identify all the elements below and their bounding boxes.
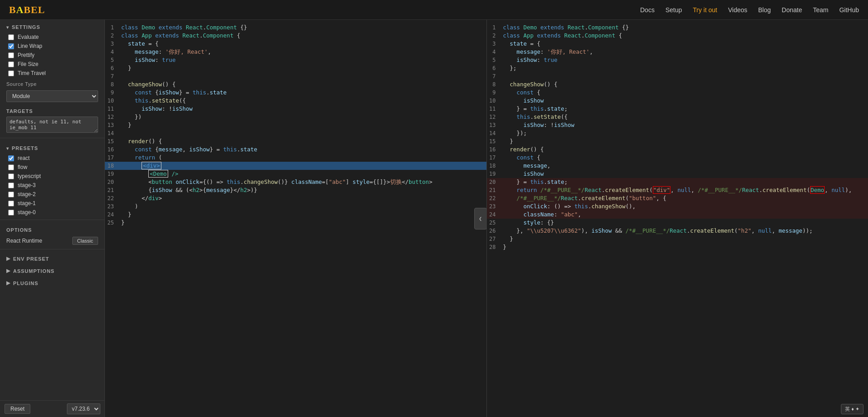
file-size-checkbox[interactable] bbox=[8, 61, 14, 67]
targets-label: TARGETS bbox=[0, 104, 104, 116]
preset-stage0-checkbox[interactable] bbox=[8, 210, 14, 216]
code-line: 8 changeShow() { bbox=[105, 80, 486, 89]
collapse-button[interactable]: ❮ bbox=[474, 208, 486, 230]
preset-flow-label: flow bbox=[18, 164, 27, 170]
evaluate-checkbox[interactable] bbox=[8, 34, 14, 40]
preset-stage1-item[interactable]: stage-1 bbox=[0, 199, 104, 208]
code-line: 5 isShow: true bbox=[487, 56, 868, 64]
right-code-editor: 1 class Demo extends React.Component {} … bbox=[487, 20, 868, 417]
time-travel-checkbox[interactable] bbox=[8, 70, 14, 76]
preset-react-label: react bbox=[18, 155, 30, 161]
presets-section[interactable]: ▾ PRESETS bbox=[0, 141, 104, 154]
bottom-bar: Reset v7.23.6 bbox=[0, 400, 105, 417]
preset-flow-checkbox[interactable] bbox=[8, 164, 14, 170]
code-line: 11 isShow: !isShow bbox=[105, 105, 486, 113]
prettify-checkbox[interactable] bbox=[8, 52, 14, 58]
code-line: 27 } bbox=[487, 235, 868, 243]
evaluate-item[interactable]: Evaluate bbox=[0, 33, 104, 42]
code-line: 12 }) bbox=[105, 113, 486, 121]
code-line: 18 message, bbox=[487, 162, 868, 170]
settings-arrow: ▾ bbox=[6, 25, 9, 30]
preset-stage0-label: stage-0 bbox=[18, 209, 36, 216]
env-preset-arrow: ▶ bbox=[6, 256, 10, 262]
code-line: 26 }, "\\u5207\\u6362"), isShow && /*#__… bbox=[487, 227, 868, 235]
preset-stage2-checkbox[interactable] bbox=[8, 192, 14, 197]
env-preset-section[interactable]: ▶ ENV PRESET bbox=[0, 252, 104, 264]
code-line: 16 const {message, isShow} = this.state bbox=[105, 145, 486, 154]
preset-stage1-checkbox[interactable] bbox=[8, 201, 14, 206]
preset-stage3-checkbox[interactable] bbox=[8, 183, 14, 188]
code-line: 1 class Demo extends React.Component {} bbox=[105, 23, 486, 32]
divider-3 bbox=[0, 249, 104, 249]
preset-stage0-item[interactable]: stage-0 bbox=[0, 208, 104, 217]
env-preset-label: ENV PRESET bbox=[13, 256, 49, 262]
preset-typescript-checkbox[interactable] bbox=[8, 173, 14, 179]
header: BABEL Docs Setup Try it out Videos Blog … bbox=[0, 0, 868, 20]
code-line: 24 } bbox=[105, 211, 486, 219]
nav-blog[interactable]: Blog bbox=[758, 6, 771, 14]
code-line-highlight-red: 24 className: "abc", bbox=[487, 211, 868, 219]
prettify-item[interactable]: Prettify bbox=[0, 51, 104, 60]
code-line: 15 render() { bbox=[105, 137, 486, 145]
code-line: 25 style: {} bbox=[487, 219, 868, 227]
settings-label: SETTINGS bbox=[12, 24, 40, 30]
code-line: 9 const {isShow} = this.state bbox=[105, 89, 486, 97]
code-line: 3 state = { bbox=[105, 40, 486, 48]
presets-label: PRESETS bbox=[12, 145, 38, 151]
preset-typescript-item[interactable]: typescript bbox=[0, 172, 104, 181]
preset-react-checkbox[interactable] bbox=[8, 155, 14, 161]
preset-stage2-item[interactable]: stage-2 bbox=[0, 190, 104, 199]
settings-section[interactable]: ▾ SETTINGS bbox=[0, 20, 104, 33]
code-line: 2 class App extends React.Component { bbox=[487, 32, 868, 40]
nav-setup[interactable]: Setup bbox=[665, 6, 682, 14]
preset-react-item[interactable]: react bbox=[0, 154, 104, 163]
source-type-select[interactable]: Module Script bbox=[6, 90, 98, 102]
prettify-label: Prettify bbox=[18, 52, 34, 58]
options-label: OPTIONS bbox=[0, 223, 104, 235]
nav-videos[interactable]: Videos bbox=[728, 6, 747, 14]
preset-stage2-label: stage-2 bbox=[18, 191, 36, 197]
react-runtime-btn[interactable]: Classic bbox=[72, 237, 98, 245]
file-size-item[interactable]: File Size bbox=[0, 60, 104, 69]
nav-team[interactable]: Team bbox=[813, 6, 828, 14]
targets-input[interactable]: defaults, not ie 11, not ie_mob 11 bbox=[6, 117, 98, 133]
code-line: 17 return ( bbox=[105, 154, 486, 162]
code-line: 8 changeShow() { bbox=[487, 80, 868, 89]
plugins-label: PLUGINS bbox=[13, 281, 38, 286]
code-line-highlight-red: 22 /*#__PURE__*/React.createElement("but… bbox=[487, 194, 868, 202]
nav-donate[interactable]: Donate bbox=[782, 6, 802, 14]
divider-1 bbox=[0, 138, 104, 138]
code-line: 17 const { bbox=[487, 154, 868, 162]
reset-button[interactable]: Reset bbox=[5, 404, 30, 414]
react-runtime-label: React Runtime bbox=[6, 238, 42, 244]
nav-docs[interactable]: Docs bbox=[640, 6, 655, 14]
code-line: 11 } = this.state; bbox=[487, 105, 868, 113]
source-type-label: Source Type bbox=[0, 78, 104, 89]
code-line: 14 bbox=[105, 129, 486, 137]
line-wrap-checkbox[interactable] bbox=[8, 43, 14, 49]
code-line: 16 render() { bbox=[487, 145, 868, 154]
react-runtime-row: React Runtime Classic bbox=[0, 235, 104, 246]
code-line: 9 const { bbox=[487, 89, 868, 97]
code-line: 15 } bbox=[487, 137, 868, 145]
time-travel-label: Time Travel bbox=[18, 70, 46, 76]
preset-typescript-label: typescript bbox=[18, 173, 41, 179]
preset-flow-item[interactable]: flow bbox=[0, 163, 104, 172]
left-code-panel[interactable]: 1 class Demo extends React.Component {} … bbox=[105, 20, 486, 417]
code-line: 7 bbox=[487, 72, 868, 80]
evaluate-label: Evaluate bbox=[18, 34, 39, 40]
preset-stage3-item[interactable]: stage-3 bbox=[0, 181, 104, 190]
file-size-label: File Size bbox=[18, 61, 38, 67]
code-line: 23 ) bbox=[105, 202, 486, 211]
time-travel-item[interactable]: Time Travel bbox=[0, 69, 104, 78]
plugins-section[interactable]: ▶ PLUGINS bbox=[0, 276, 104, 289]
code-line: 13 isShow: !isShow bbox=[487, 121, 868, 129]
assumptions-section[interactable]: ▶ ASSUMPTIONS bbox=[0, 264, 104, 276]
code-line: 28 } bbox=[487, 243, 868, 251]
line-wrap-item[interactable]: Line Wrap bbox=[0, 42, 104, 51]
right-code-panel[interactable]: 1 class Demo extends React.Component {} … bbox=[486, 20, 868, 417]
nav-github[interactable]: GitHub bbox=[839, 6, 859, 14]
code-line: 13 } bbox=[105, 121, 486, 129]
nav-try[interactable]: Try it out bbox=[693, 6, 717, 14]
version-select[interactable]: v7.23.6 bbox=[67, 403, 100, 414]
